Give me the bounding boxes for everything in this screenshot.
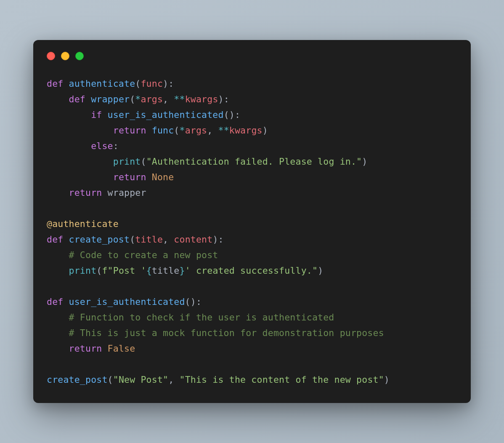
code-window: def authenticate(func): def wrapper(*arg… <box>33 40 471 403</box>
code-content: def authenticate(func): def wrapper(*arg… <box>47 76 457 387</box>
window-titlebar <box>47 52 457 60</box>
code-token: @authenticate <box>47 219 119 229</box>
code-token: ): <box>163 78 174 89</box>
code-token: "This is the content of the new post" <box>180 374 384 385</box>
code-token: return <box>69 187 108 198</box>
code-token: kwargs <box>185 94 218 104</box>
code-token: user_is_authenticated <box>69 296 185 307</box>
code-token: False <box>108 343 135 354</box>
code-token: , <box>207 125 218 136</box>
code-token: args <box>185 125 207 136</box>
code-token: func <box>152 125 174 136</box>
code-token: # This is just a mock function for demon… <box>69 328 384 338</box>
code-token: ( <box>130 94 135 104</box>
code-token: kwargs <box>229 125 263 136</box>
code-token <box>47 250 69 260</box>
code-token <box>47 312 69 323</box>
code-token <box>47 141 91 151</box>
code-token: return <box>69 343 108 354</box>
code-token: None <box>152 172 174 182</box>
code-token: ** <box>218 125 229 136</box>
code-token: def <box>69 94 91 104</box>
code-token: wrapper <box>91 94 130 104</box>
code-line: print(f"Post '{title}' created successfu… <box>47 263 457 279</box>
minimize-icon[interactable] <box>61 52 69 60</box>
code-token: return <box>113 172 152 182</box>
code-token: user_is_authenticated <box>108 109 224 120</box>
code-line: # Function to check if the user is authe… <box>47 310 457 326</box>
code-token: * <box>179 125 185 136</box>
code-line: @authenticate <box>47 216 457 232</box>
code-token: print <box>113 156 141 167</box>
code-token: ( <box>135 78 141 89</box>
code-token: def <box>47 78 69 89</box>
code-token: ' created successfully." <box>185 265 318 276</box>
code-token: ( <box>174 125 179 136</box>
code-token: ) <box>263 125 268 136</box>
code-token: } <box>180 265 185 276</box>
code-token: , <box>168 374 179 385</box>
close-icon[interactable] <box>47 52 55 60</box>
code-token <box>47 265 69 276</box>
code-line: def wrapper(*args, **kwargs): <box>47 92 457 107</box>
code-line: # Code to create a new post <box>47 248 457 263</box>
code-line <box>47 201 457 216</box>
code-token: title <box>152 265 180 276</box>
code-token: ( <box>130 234 135 245</box>
code-token: return <box>113 125 152 136</box>
code-token: # Code to create a new post <box>69 250 218 260</box>
code-line: return None <box>47 170 457 185</box>
code-line <box>47 357 457 372</box>
code-token <box>47 172 113 182</box>
code-line <box>47 279 457 294</box>
code-token: print <box>69 265 97 276</box>
code-token: f"Post ' <box>102 265 146 276</box>
code-line: return False <box>47 341 457 357</box>
code-line: create_post("New Post", "This is the con… <box>47 372 457 388</box>
code-token: ) <box>318 265 323 276</box>
code-token: (): <box>185 296 202 307</box>
code-token: ): <box>212 234 223 245</box>
code-line: return func(*args, **kwargs) <box>47 123 457 139</box>
code-token: ): <box>218 94 229 104</box>
code-token: authenticate <box>69 78 135 89</box>
code-token: create_post <box>69 234 130 245</box>
code-token <box>47 109 91 120</box>
code-token <box>47 94 69 104</box>
code-token <box>47 328 69 338</box>
code-token: : <box>113 141 119 151</box>
code-token: # Function to check if the user is authe… <box>69 312 334 323</box>
code-line: print("Authentication failed. Please log… <box>47 154 457 170</box>
code-token <box>47 187 69 198</box>
code-token: * <box>135 94 141 104</box>
code-token: ) <box>362 156 367 167</box>
code-token: ) <box>384 374 390 385</box>
code-token: content <box>174 234 212 245</box>
code-token: ( <box>96 265 102 276</box>
code-token <box>47 156 113 167</box>
code-token: , <box>163 94 174 104</box>
maximize-icon[interactable] <box>75 52 84 60</box>
code-line: else: <box>47 139 457 154</box>
code-token <box>47 343 69 354</box>
code-token: ** <box>174 94 185 104</box>
code-token: (): <box>224 109 240 120</box>
code-token: if <box>91 109 107 120</box>
code-token: args <box>141 94 163 104</box>
code-token: ( <box>108 374 113 385</box>
code-token: "Authentication failed. Please log in." <box>146 156 362 167</box>
code-token: def <box>47 234 69 245</box>
code-token <box>47 125 113 136</box>
code-token: ( <box>141 156 146 167</box>
code-token: "New Post" <box>113 374 168 385</box>
code-line: # This is just a mock function for demon… <box>47 326 457 341</box>
code-token: , <box>163 234 174 245</box>
code-token: wrapper <box>108 187 146 198</box>
code-line: def user_is_authenticated(): <box>47 294 457 310</box>
code-token: title <box>135 234 163 245</box>
code-line: if user_is_authenticated(): <box>47 107 457 123</box>
code-line: def create_post(title, content): <box>47 232 457 248</box>
code-line: return wrapper <box>47 185 457 201</box>
code-line: def authenticate(func): <box>47 76 457 92</box>
code-token: { <box>146 265 152 276</box>
